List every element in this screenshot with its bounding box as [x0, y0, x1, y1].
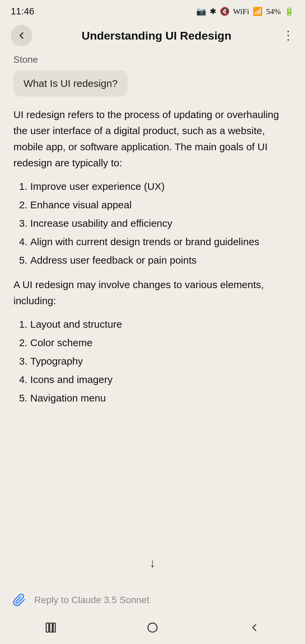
status-bar: 11:46 📷 ✱ 🔇 WiFi 📶 54% 🔋 — [0, 0, 305, 20]
svg-rect-1 — [50, 623, 52, 632]
more-icon: ⋮ — [282, 29, 294, 43]
mute-icon: 🔇 — [220, 7, 230, 16]
elements-list: Layout and structure Color scheme Typogr… — [13, 316, 292, 407]
bottom-nav — [0, 614, 305, 644]
back-arrow-icon — [16, 30, 27, 41]
page-title: Understanding UI Redesign — [32, 29, 281, 42]
back-button[interactable] — [11, 25, 32, 46]
list-item: Icons and imagery — [30, 371, 292, 388]
attachment-icon[interactable] — [11, 592, 28, 608]
svg-rect-0 — [46, 623, 49, 632]
list-item: Layout and structure — [30, 316, 292, 333]
svg-point-3 — [148, 623, 157, 632]
status-time: 11:46 — [11, 6, 34, 17]
list-item: Enhance visual appeal — [30, 196, 292, 213]
camera-icon: 📷 — [196, 7, 206, 16]
signal-icon: 📶 — [253, 7, 263, 16]
list-item: Color scheme — [30, 334, 292, 351]
list-item: Improve user experience (UX) — [30, 178, 292, 195]
response-intro-text: UI redesign refers to the process of upd… — [13, 107, 292, 171]
wifi-icon: WiFi — [233, 7, 249, 16]
home-button[interactable] — [140, 618, 165, 637]
question-bubble: What Is UI redesign? — [13, 70, 128, 97]
list-item: Increase usability and efficiency — [30, 215, 292, 232]
bluetooth-icon: ✱ — [210, 7, 216, 16]
back-nav-icon — [248, 622, 260, 634]
list-item: Address user feedback or pain points — [30, 252, 292, 269]
content-area: Stone What Is UI redesign? UI redesign r… — [0, 51, 305, 586]
battery-icon: 🔋 — [284, 7, 294, 16]
svg-rect-2 — [53, 623, 55, 632]
list-item: Typography — [30, 353, 292, 370]
list-item: Navigation menu — [30, 389, 292, 407]
home-icon — [146, 622, 159, 634]
sender-label: Stone — [13, 54, 292, 65]
recent-apps-button[interactable] — [38, 618, 63, 637]
goals-list: Improve user experience (UX) Enhance vis… — [13, 178, 292, 269]
elements-intro-text: A UI redesign may involve changes to var… — [13, 277, 292, 309]
nav-bar: Understanding UI Redesign ⋮ — [0, 20, 305, 51]
reply-bar: Reply to Claude 3.5 Sonnet — [0, 586, 305, 614]
question-text: What Is UI redesign? — [24, 78, 118, 89]
more-options-button[interactable]: ⋮ — [281, 29, 294, 43]
reply-input[interactable]: Reply to Claude 3.5 Sonnet — [34, 595, 294, 605]
list-item: Align with current design trends or bran… — [30, 233, 292, 250]
recent-apps-icon — [45, 622, 57, 634]
back-nav-button[interactable] — [242, 618, 267, 637]
status-icons: 📷 ✱ 🔇 WiFi 📶 54% 🔋 — [196, 7, 294, 16]
battery-text: 54% — [266, 7, 281, 16]
